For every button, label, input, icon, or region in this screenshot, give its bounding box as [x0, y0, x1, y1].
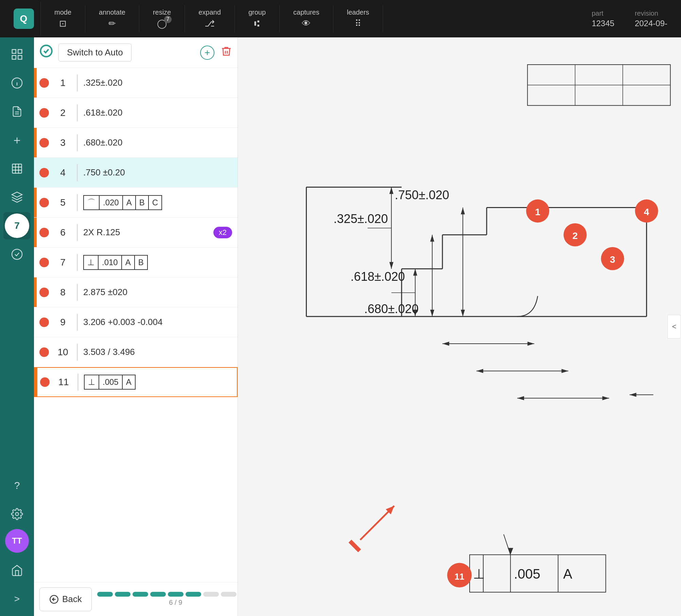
item-status-dot: [39, 198, 49, 207]
switch-to-auto-button[interactable]: Switch to Auto: [58, 44, 132, 62]
item-badge: x2: [213, 227, 232, 238]
svg-text:3: 3: [610, 254, 615, 265]
item-status-dot: [39, 108, 49, 118]
item-value: 3.206 +0.003 -0.004: [83, 317, 232, 327]
toolbar-right: part 12345 revision 2024-09-: [592, 10, 674, 28]
list-item[interactable]: 82.875 ±020: [34, 277, 238, 307]
item-value: ⊥.010AB: [83, 255, 232, 270]
annotation-list: 1.325±.0202.618±.0203.680±.0204.750 ±0.2…: [34, 68, 238, 582]
progress-bar: 6 / 9: [97, 592, 254, 606]
item-value: .750 ±0.20: [83, 167, 232, 178]
sidebar-item-collapse[interactable]: >: [3, 585, 31, 613]
list-item[interactable]: 5⌒.020ABC: [34, 188, 238, 218]
item-value: ⊥.005A: [84, 375, 231, 390]
progress-segment: [133, 592, 148, 597]
list-item[interactable]: 11⊥.005A: [34, 367, 238, 397]
list-item[interactable]: 103.503 / 3.496: [34, 337, 238, 367]
panel-header-actions: +: [200, 46, 232, 60]
item-number: 4: [54, 167, 71, 178]
toolbar-captures[interactable]: captures 👁: [280, 5, 333, 32]
item-number: 2: [54, 107, 71, 118]
toolbar-leaders[interactable]: leaders ⠿: [333, 5, 383, 32]
item-divider: [77, 284, 78, 301]
item-divider: [77, 134, 78, 151]
sidebar-item-7[interactable]: 7: [3, 212, 31, 239]
progress-segment: [150, 592, 166, 597]
item-divider: [77, 344, 78, 361]
part-info: part 12345: [592, 10, 614, 28]
item-status-dot: [40, 377, 50, 387]
top-toolbar: Q mode ⊡ annotate ✏ resize ◯ 7 expand ⎇ …: [0, 0, 681, 37]
list-item[interactable]: 62X R.125x2: [34, 218, 238, 247]
svg-text:A: A: [563, 566, 572, 581]
toolbar-mode[interactable]: mode ⊡: [41, 5, 85, 32]
toolbar-logo: Q: [7, 2, 41, 36]
item-status-dot: [39, 288, 49, 297]
svg-text:.680±.020: .680±.020: [364, 302, 419, 316]
toolbar-resize[interactable]: resize ◯ 7: [139, 5, 185, 32]
progress-segment: [186, 592, 201, 597]
progress-segment: [168, 592, 184, 597]
progress-segment: [203, 592, 219, 597]
svg-point-14: [12, 249, 22, 259]
sidebar-item-settings[interactable]: [3, 500, 31, 528]
left-sidebar: ＋ 7 ? TT >: [0, 37, 34, 616]
list-item[interactable]: 4.750 ±0.20: [34, 158, 238, 188]
list-item[interactable]: 3.680±.020: [34, 128, 238, 158]
item-divider: [77, 74, 78, 91]
svg-text:⊥: ⊥: [473, 566, 485, 581]
collapse-panel-button[interactable]: <: [667, 315, 681, 339]
item-divider: [77, 194, 78, 211]
svg-rect-0: [12, 50, 16, 53]
list-item[interactable]: 1.325±.020: [34, 68, 238, 98]
toolbar-group[interactable]: group ⑆: [235, 5, 280, 32]
item-status-dot: [39, 318, 49, 327]
svg-text:4: 4: [644, 207, 649, 217]
annotation-panel: Switch to Auto + 1.325±.0202.618±.0203.6…: [34, 37, 238, 616]
item-number: 7: [54, 257, 71, 268]
item-value: ⌒.020ABC: [83, 195, 232, 210]
item-number: 5: [54, 197, 71, 208]
item-divider: [77, 104, 78, 121]
list-item[interactable]: 7⊥.010AB: [34, 247, 238, 277]
toolbar-annotate[interactable]: annotate ✏: [85, 5, 139, 32]
delete-item-button[interactable]: [221, 46, 232, 59]
sidebar-item-help[interactable]: ?: [3, 472, 31, 499]
svg-rect-9: [13, 164, 22, 173]
sidebar-item-info[interactable]: [3, 69, 31, 97]
item-status-dot: [39, 138, 49, 148]
item-value: .325±.020: [83, 78, 232, 88]
sidebar-item-plus[interactable]: ＋: [3, 126, 31, 154]
svg-text:11: 11: [455, 571, 465, 582]
item-value: 3.503 / 3.496: [83, 347, 232, 357]
svg-rect-3: [18, 55, 22, 59]
drawing-canvas-area: .325±.020 .618±.020 .680±.020 .750±.020: [238, 37, 681, 616]
logo-icon: Q: [14, 8, 34, 29]
list-item[interactable]: 2.618±.020: [34, 98, 238, 128]
sidebar-item-document[interactable]: [3, 98, 31, 125]
progress-segment: [97, 592, 113, 597]
badge-7: 7: [5, 213, 29, 238]
toolbar-expand[interactable]: expand ⎇: [185, 5, 235, 32]
item-divider: [77, 164, 78, 181]
main-area: ＋ 7 ? TT > Switch to Auto: [0, 37, 681, 616]
sidebar-item-grid[interactable]: [3, 41, 31, 68]
item-status-dot: [39, 258, 49, 267]
sidebar-item-check[interactable]: [3, 241, 31, 268]
back-button[interactable]: Back: [39, 587, 92, 611]
list-item[interactable]: 93.206 +0.003 -0.004: [34, 307, 238, 337]
svg-rect-1: [18, 50, 22, 53]
item-number: 8: [54, 287, 71, 298]
sidebar-item-home[interactable]: [3, 557, 31, 584]
resize-badge: 7: [164, 16, 172, 23]
progress-segment: [221, 592, 237, 597]
item-status-dot: [39, 78, 49, 88]
svg-point-15: [16, 513, 19, 516]
sidebar-item-table[interactable]: [3, 155, 31, 182]
user-avatar[interactable]: TT: [5, 529, 29, 553]
item-number: 6: [54, 227, 71, 238]
item-number: 11: [55, 377, 72, 388]
sidebar-item-fill[interactable]: [3, 184, 31, 211]
add-item-button[interactable]: +: [200, 46, 214, 60]
item-number: 9: [54, 317, 71, 328]
